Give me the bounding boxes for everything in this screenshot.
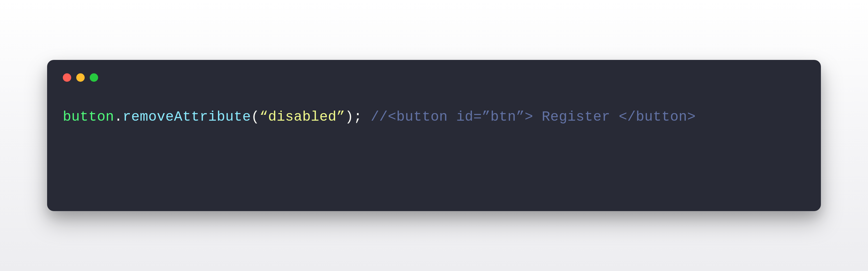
code-token-method: removeAttribute xyxy=(123,109,251,125)
code-token-dot: . xyxy=(114,109,123,125)
code-token-comment: //<button id=”btn”> Register </button> xyxy=(371,109,695,125)
code-token-identifier: button xyxy=(63,109,114,125)
maximize-icon[interactable] xyxy=(90,73,98,82)
code-token-space xyxy=(362,109,371,125)
code-token-paren-close: ) xyxy=(345,109,354,125)
code-editor-window: button.removeAttribute(“disabled”); //<b… xyxy=(47,60,821,211)
code-token-semicolon: ; xyxy=(353,109,362,125)
code-token-string: “disabled” xyxy=(259,109,345,125)
code-content[interactable]: button.removeAttribute(“disabled”); //<b… xyxy=(63,106,805,127)
close-icon[interactable] xyxy=(63,73,71,82)
window-controls xyxy=(63,73,805,82)
minimize-icon[interactable] xyxy=(76,73,85,82)
code-token-paren-open: ( xyxy=(251,109,259,125)
